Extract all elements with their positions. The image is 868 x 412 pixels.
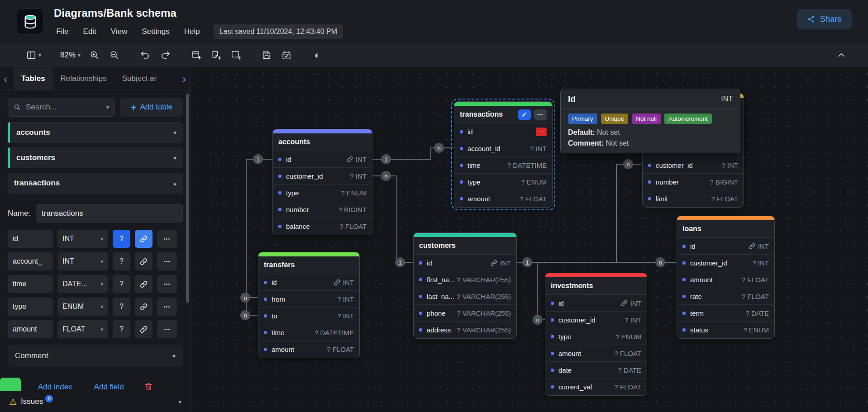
table-field-row-type[interactable]: type? ENUM xyxy=(273,185,372,201)
field-options-button[interactable]: ••• xyxy=(157,275,177,293)
field-options-button[interactable]: ••• xyxy=(157,320,177,338)
table-field-row-customer-id[interactable]: customer_id? INT xyxy=(643,157,744,174)
zoom-in-button[interactable] xyxy=(86,47,103,64)
menu-view[interactable]: View xyxy=(105,24,133,39)
comment-panel[interactable]: Comment ▾ xyxy=(8,345,183,367)
table-header[interactable]: investments xyxy=(545,277,647,295)
table-field-row-customer-id[interactable]: customer_id? INT xyxy=(677,255,774,271)
table-field-row-id[interactable]: id− xyxy=(454,123,552,140)
field-nullable-button[interactable]: ? xyxy=(113,298,130,316)
table-field-row-time[interactable]: time? DATETIME xyxy=(454,157,552,174)
table-field-row-address[interactable]: address? VARCHAR(255) xyxy=(414,322,516,338)
table-field-row-date[interactable]: date? DATE xyxy=(545,362,647,379)
save-button[interactable] xyxy=(258,47,275,64)
field-type-dropdown[interactable]: ENUM▾ xyxy=(57,298,108,316)
table-header[interactable]: customers xyxy=(414,237,516,255)
tabs-scroll-left-button[interactable]: ‹ xyxy=(4,67,7,90)
field-nullable-button[interactable]: ? xyxy=(113,320,130,338)
field-name-button[interactable]: type xyxy=(8,298,53,316)
sidebar-table-transactions[interactable]: transactions▴ xyxy=(8,173,183,194)
redo-button[interactable] xyxy=(157,47,174,64)
canvas[interactable]: accountsidINTcustomer_id? INTtype? ENUMn… xyxy=(191,67,868,412)
app-logo[interactable] xyxy=(17,8,43,35)
remove-field-button[interactable]: − xyxy=(536,128,547,136)
table-header[interactable]: transactions••• xyxy=(454,106,552,123)
issues-bar[interactable]: ⚠ Issues 0 ▾ xyxy=(0,391,191,412)
field-options-button[interactable]: ••• xyxy=(157,298,177,316)
share-button[interactable]: Share xyxy=(797,9,852,29)
field-nullable-button[interactable]: ? xyxy=(113,230,130,248)
theme-toggle-button[interactable]: ◐ xyxy=(309,47,326,64)
sidebar-table-accounts[interactable]: accounts▾ xyxy=(8,122,183,143)
field-primary-key-button[interactable] xyxy=(135,252,153,270)
canvas-table-accounts[interactable]: accountsidINTcustomer_id? INTtype? ENUMn… xyxy=(272,129,372,235)
table-field-row-limit[interactable]: limit? FLOAT xyxy=(643,190,744,207)
table-field-row-last-na[interactable]: last_na...? VARCHAR(255) xyxy=(414,288,516,305)
table-field-row-term[interactable]: term? DATE xyxy=(677,305,774,322)
table-field-row-number[interactable]: number? BIGINT xyxy=(273,201,372,218)
table-field-row-time[interactable]: time? DATETIME xyxy=(258,324,359,341)
table-field-row-amount[interactable]: amount? FLOAT xyxy=(454,190,552,207)
field-name-button[interactable]: id xyxy=(8,230,53,248)
search-input[interactable]: Search... ▾ xyxy=(8,98,115,117)
sidebar-scrollbar[interactable] xyxy=(186,94,189,303)
field-type-dropdown[interactable]: DATE...▾ xyxy=(57,275,108,293)
field-name-button[interactable]: account_ xyxy=(8,252,53,270)
tabs-scroll-right-button[interactable]: › xyxy=(182,67,186,90)
table-field-row-phone[interactable]: phone? VARCHAR(255) xyxy=(414,305,516,322)
menu-edit[interactable]: Edit xyxy=(77,24,101,39)
canvas-table-transfers[interactable]: transfersidINTfrom? INTto? INTtime? DATE… xyxy=(258,252,360,358)
table-name-input[interactable] xyxy=(36,204,183,223)
table-field-row-id[interactable]: idINT xyxy=(677,238,774,255)
table-field-row-type[interactable]: type? ENUM xyxy=(454,174,552,190)
sidebar-table-customers[interactable]: customers▾ xyxy=(8,147,183,168)
canvas-table-investments[interactable]: investmentsidINTcustomer_id? INTtype? EN… xyxy=(545,273,647,396)
table-field-row-to[interactable]: to? INT xyxy=(258,308,359,324)
table-field-row-amount[interactable]: amount? FLOAT xyxy=(258,341,359,358)
canvas-table-transactions[interactable]: transactions•••id−account_id? INTtime? D… xyxy=(454,101,553,208)
table-field-row-amount[interactable]: amount? FLOAT xyxy=(545,345,647,362)
table-field-row-amount[interactable]: amount? FLOAT xyxy=(677,271,774,288)
add-area-tool-button[interactable] xyxy=(227,47,244,64)
field-options-button[interactable]: ••• xyxy=(157,230,177,248)
canvas-table-customers[interactable]: customersidINTfirst_na...? VARCHAR(255)l… xyxy=(413,232,517,339)
table-field-row-balance[interactable]: balance? FLOAT xyxy=(273,218,372,235)
field-type-dropdown[interactable]: INT▾ xyxy=(57,252,108,270)
add-table-tool-button[interactable] xyxy=(187,47,205,64)
zoom-out-button[interactable] xyxy=(106,47,123,64)
table-field-row-id[interactable]: idINT xyxy=(258,274,359,291)
table-field-row-first-na[interactable]: first_na...? VARCHAR(255) xyxy=(414,271,516,288)
table-field-row-account-id[interactable]: account_id? INT xyxy=(454,140,552,157)
field-options-button[interactable]: ••• xyxy=(157,252,177,270)
field-primary-key-button[interactable] xyxy=(135,298,153,316)
table-field-row-customer-id[interactable]: customer_id? INT xyxy=(545,312,647,328)
table-field-row-rate[interactable]: rate? FLOAT xyxy=(677,288,774,305)
table-field-row-id[interactable]: idINT xyxy=(545,295,647,312)
menu-file[interactable]: File xyxy=(51,24,74,39)
field-primary-key-button[interactable] xyxy=(135,230,153,248)
layout-options-button[interactable]: ▾ xyxy=(24,47,44,64)
undo-button[interactable] xyxy=(137,47,154,64)
add-table-button[interactable]: + Add table xyxy=(120,98,183,117)
field-primary-key-button[interactable] xyxy=(135,275,153,293)
tab-relationships[interactable]: Relationships xyxy=(53,67,114,90)
field-name-button[interactable]: time xyxy=(8,275,53,293)
table-header[interactable]: transfers xyxy=(258,256,359,274)
table-field-row-type[interactable]: type? ENUM xyxy=(545,328,647,345)
field-type-dropdown[interactable]: INT▾ xyxy=(57,230,108,248)
collapse-toolbar-button[interactable] xyxy=(833,47,850,64)
field-nullable-button[interactable]: ? xyxy=(113,252,130,270)
canvas-table-loans[interactable]: loansidINTcustomer_id? INTamount? FLOATr… xyxy=(677,216,775,339)
table-field-row-number[interactable]: number? BIGINT xyxy=(643,174,744,190)
table-field-row-customer-id[interactable]: customer_id? INT xyxy=(273,168,372,185)
table-field-row-status[interactable]: status? ENUM xyxy=(677,322,774,338)
table-field-row-id[interactable]: idINT xyxy=(273,151,372,168)
table-field-row-current-val[interactable]: current_val? FLOAT xyxy=(545,379,647,395)
zoom-level-dropdown[interactable]: 82% ▾ xyxy=(57,47,83,64)
tab-tables[interactable]: Tables xyxy=(14,67,53,90)
table-options-button[interactable]: ••• xyxy=(534,109,547,120)
field-type-dropdown[interactable]: FLOAT▾ xyxy=(57,320,108,338)
field-name-button[interactable]: amount xyxy=(8,320,53,338)
add-note-tool-button[interactable] xyxy=(207,47,224,64)
table-header[interactable]: accounts xyxy=(273,133,372,151)
